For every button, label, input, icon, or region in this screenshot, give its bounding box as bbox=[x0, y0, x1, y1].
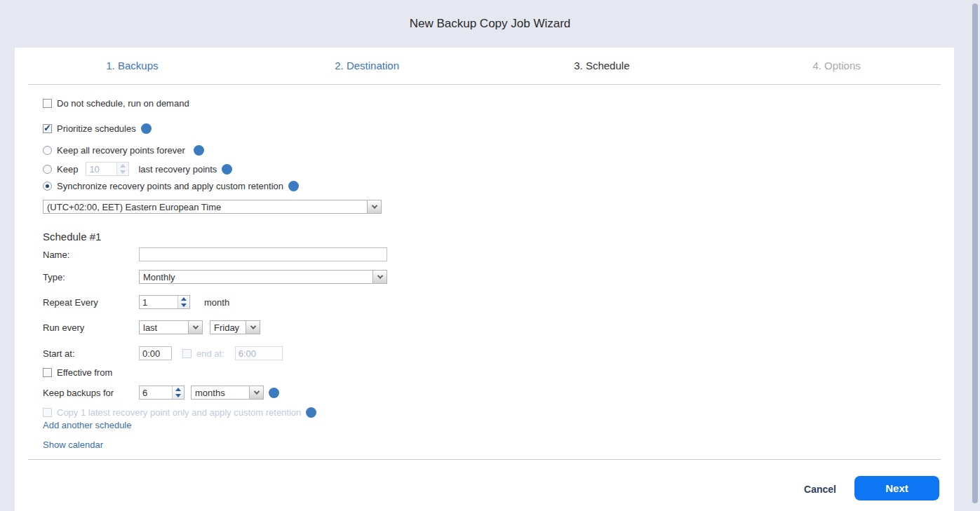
add-schedule-link[interactable]: Add another schedule bbox=[43, 420, 131, 430]
copy-latest-checkbox bbox=[43, 408, 52, 417]
step-tab-schedule[interactable]: 3. Schedule bbox=[485, 48, 720, 84]
chevron-down-icon[interactable] bbox=[188, 321, 202, 334]
end-at-checkbox bbox=[182, 349, 192, 358]
effective-from-row: Effective from bbox=[43, 365, 112, 379]
keep-last-count-arrows bbox=[116, 163, 128, 175]
stepper-down-icon[interactable] bbox=[173, 393, 184, 399]
timezone-value: (UTC+02:00, EET) Eastern European Time bbox=[47, 202, 221, 212]
sync-retention-radio[interactable] bbox=[43, 182, 52, 191]
step-tab-backups[interactable]: 1. Backups bbox=[15, 48, 250, 84]
chevron-down-icon[interactable] bbox=[249, 386, 263, 399]
footer-divider bbox=[28, 459, 941, 460]
keep-backups-input[interactable] bbox=[140, 386, 172, 399]
name-row: Name: bbox=[43, 247, 387, 261]
next-button[interactable]: Next bbox=[854, 476, 939, 500]
keep-last-radio[interactable] bbox=[43, 165, 52, 174]
run-day-value: Friday bbox=[214, 322, 239, 333]
keep-backups-stepper[interactable] bbox=[139, 386, 184, 400]
keep-backups-info-icon[interactable] bbox=[269, 388, 279, 398]
sync-retention-label: Synchronize recovery points and apply cu… bbox=[57, 181, 283, 191]
cancel-button[interactable]: Cancel bbox=[804, 482, 836, 496]
keep-last-suffix-label: last recovery points bbox=[138, 164, 217, 175]
prioritize-info-icon[interactable] bbox=[141, 123, 152, 134]
keep-forever-label: Keep all recovery points forever bbox=[57, 145, 185, 156]
repeat-row: Repeat Every month bbox=[43, 295, 229, 309]
repeat-unit-label: month bbox=[204, 297, 229, 308]
end-time-input bbox=[235, 346, 283, 360]
stepper-up-icon[interactable] bbox=[173, 386, 184, 393]
type-label: Type: bbox=[43, 272, 134, 282]
prioritize-label: Prioritize schedules bbox=[57, 123, 136, 134]
schedule-heading: Schedule #1 bbox=[43, 231, 101, 243]
repeat-stepper-arrows bbox=[177, 296, 189, 308]
stepper-down-icon bbox=[117, 169, 128, 175]
keep-backups-stepper-arrows bbox=[172, 386, 184, 399]
keep-backups-row: Keep backups for months bbox=[43, 386, 279, 400]
type-select[interactable]: Monthly bbox=[139, 270, 387, 284]
copy-latest-label: Copy 1 latest recovery point only and ap… bbox=[57, 407, 301, 418]
wizard-title: New Backup Copy Job Wizard bbox=[410, 17, 571, 31]
effective-from-label: Effective from bbox=[57, 367, 112, 378]
type-value: Monthly bbox=[143, 272, 175, 282]
type-row: Type: Monthly bbox=[43, 270, 387, 284]
keep-last-count-stepper bbox=[86, 162, 129, 176]
copy-latest-row: Copy 1 latest recovery point only and ap… bbox=[43, 405, 316, 419]
wizard-titlebar: New Backup Copy Job Wizard bbox=[0, 0, 980, 48]
stepper-down-icon[interactable] bbox=[178, 302, 189, 308]
keep-forever-row: Keep all recovery points forever bbox=[43, 143, 204, 157]
step-tab-options: 4. Options bbox=[719, 48, 954, 84]
run-ordinal-select[interactable]: last bbox=[139, 320, 203, 334]
add-schedule-row: Add another schedule bbox=[43, 418, 131, 432]
run-on-demand-label: Do not schedule, run on demand bbox=[57, 98, 189, 109]
chevron-down-icon[interactable] bbox=[367, 200, 381, 213]
keep-forever-info-icon[interactable] bbox=[194, 145, 204, 156]
stepper-up-icon bbox=[117, 163, 128, 169]
keep-backups-label: Keep backups for bbox=[43, 388, 134, 398]
steps-divider bbox=[28, 84, 941, 85]
chevron-down-icon[interactable] bbox=[246, 321, 260, 334]
run-day-select[interactable]: Friday bbox=[210, 320, 260, 334]
stepper-up-icon[interactable] bbox=[178, 296, 189, 302]
sync-retention-info-icon[interactable] bbox=[288, 181, 299, 191]
start-time-input[interactable] bbox=[139, 346, 172, 360]
show-calendar-link[interactable]: Show calendar bbox=[43, 440, 103, 450]
start-at-label: Start at: bbox=[43, 348, 134, 359]
keep-last-label: Keep bbox=[57, 164, 78, 175]
keep-backups-unit-select[interactable]: months bbox=[191, 386, 264, 400]
keep-last-info-icon[interactable] bbox=[222, 164, 232, 175]
name-label: Name: bbox=[43, 250, 134, 260]
prioritize-row: Prioritize schedules bbox=[43, 121, 152, 135]
run-every-label: Run every bbox=[43, 322, 134, 333]
start-at-row: Start at: end at: bbox=[43, 346, 283, 360]
timezone-select[interactable]: (UTC+02:00, EET) Eastern European Time bbox=[43, 200, 382, 214]
end-at-label: end at: bbox=[196, 348, 224, 359]
repeat-label: Repeat Every bbox=[43, 297, 134, 308]
keep-forever-radio[interactable] bbox=[43, 146, 52, 155]
run-ordinal-value: last bbox=[143, 322, 157, 333]
repeat-stepper[interactable] bbox=[139, 295, 190, 309]
vertical-scrollbar[interactable] bbox=[972, 4, 978, 503]
run-on-demand-row: Do not schedule, run on demand bbox=[43, 96, 189, 110]
run-every-row: Run every last Friday bbox=[43, 320, 260, 334]
prioritize-checkbox[interactable] bbox=[43, 124, 52, 133]
chevron-down-icon[interactable] bbox=[372, 271, 387, 283]
show-calendar-row: Show calendar bbox=[43, 437, 103, 451]
wizard-steps: 1. Backups 2. Destination 3. Schedule 4.… bbox=[15, 48, 954, 84]
copy-latest-info-icon[interactable] bbox=[306, 407, 316, 418]
keep-backups-unit-value: months bbox=[195, 388, 225, 398]
run-on-demand-checkbox[interactable] bbox=[43, 99, 52, 108]
effective-from-checkbox[interactable] bbox=[43, 368, 52, 377]
keep-last-count-input bbox=[86, 163, 116, 175]
step-tab-destination[interactable]: 2. Destination bbox=[250, 48, 485, 84]
timezone-row: (UTC+02:00, EET) Eastern European Time bbox=[43, 200, 382, 214]
keep-last-row: Keep last recovery points bbox=[43, 162, 232, 176]
name-input[interactable] bbox=[139, 247, 387, 261]
sync-retention-row: Synchronize recovery points and apply cu… bbox=[43, 179, 299, 193]
wizard-card: 1. Backups 2. Destination 3. Schedule 4.… bbox=[15, 48, 954, 511]
repeat-input[interactable] bbox=[140, 296, 177, 308]
